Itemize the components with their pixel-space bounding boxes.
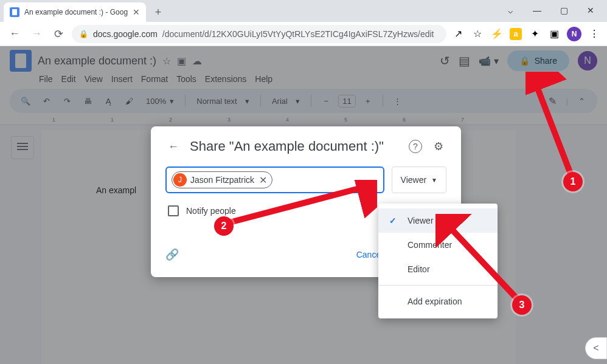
url-host: docs.google.com [93,29,158,39]
reload-button[interactable]: ⟳ [50,26,67,43]
profile-avatar-icon[interactable]: N [567,27,581,41]
address-bar: ← → ⟳ 🔒 docs.google.com/document/d/12KX0… [0,22,607,46]
lock-icon: 🔒 [79,30,88,38]
dialog-title: Share "An example document :)" [190,139,400,154]
dialog-back-icon[interactable]: ← [165,139,181,154]
lightning-icon[interactable]: ⚡ [490,27,504,41]
window-chevron-icon[interactable]: ⌵ [502,2,518,18]
settings-gear-icon[interactable]: ⚙ [431,139,446,154]
url-path: /document/d/12KX0GUiLyI5VtYyQtRLYsE2TICg… [162,29,434,39]
window-minimize-icon[interactable]: — [529,2,545,18]
annotation-badge-1: 1 [563,172,583,191]
chip-avatar-icon: J [173,173,187,187]
notify-checkbox[interactable] [168,205,179,216]
separator [378,285,498,286]
copy-link-icon[interactable]: 🔗 [165,248,179,261]
url-input[interactable]: 🔒 docs.google.com/document/d/12KX0GUiLyI… [72,25,446,43]
extension-icons: ↗ ☆ ⚡ a ✦ ▣ N ⋮ [451,27,601,41]
role-option-editor[interactable]: Editor [378,257,498,281]
role-label: Viewer [401,175,427,185]
extensions-puzzle-icon[interactable]: ✦ [528,27,541,41]
role-option-commenter[interactable]: Commenter [378,233,498,257]
amazon-extension-icon[interactable]: a [510,28,522,40]
browser-tab[interactable]: An example document :) - Goog ✕ [4,2,146,22]
role-option-expiration[interactable]: Add expiration [378,289,498,314]
role-dropdown-button[interactable]: Viewer ▼ [392,167,446,193]
role-menu: Viewer Commenter Editor Add expiration [378,204,498,318]
user-chip[interactable]: J Jason Fitzpatrick ✕ [172,171,272,188]
forward-button[interactable]: → [28,26,45,43]
share-page-icon[interactable]: ↗ [451,27,465,41]
sidepanel-icon[interactable]: ▣ [547,27,561,41]
chip-remove-icon[interactable]: ✕ [258,174,268,186]
docs-favicon-icon [10,7,19,17]
window-maximize-icon[interactable]: ▢ [556,2,572,18]
people-input[interactable]: J Jason Fitzpatrick ✕ [165,167,384,193]
help-icon[interactable]: ? [409,140,422,153]
annotation-badge-3: 3 [512,295,532,315]
tab-close-icon[interactable]: ✕ [133,7,140,17]
role-option-viewer[interactable]: Viewer [378,208,498,233]
window-controls: ⌵ — ▢ ✕ [494,0,607,21]
window-close-icon[interactable]: ✕ [583,2,598,18]
star-bookmark-icon[interactable]: ☆ [471,27,484,41]
back-button[interactable]: ← [6,26,23,43]
new-tab-button[interactable]: + [150,4,167,21]
caret-down-icon: ▼ [431,177,437,184]
tab-title: An example document :) - Goog [24,8,128,16]
overflow-menu-icon[interactable]: ⋮ [588,27,601,41]
chip-name: Jason Fitzpatrick [190,175,254,185]
explore-fab-icon[interactable]: < [585,337,607,359]
annotation-badge-2: 2 [214,216,234,236]
notify-label: Notify people [186,206,236,216]
